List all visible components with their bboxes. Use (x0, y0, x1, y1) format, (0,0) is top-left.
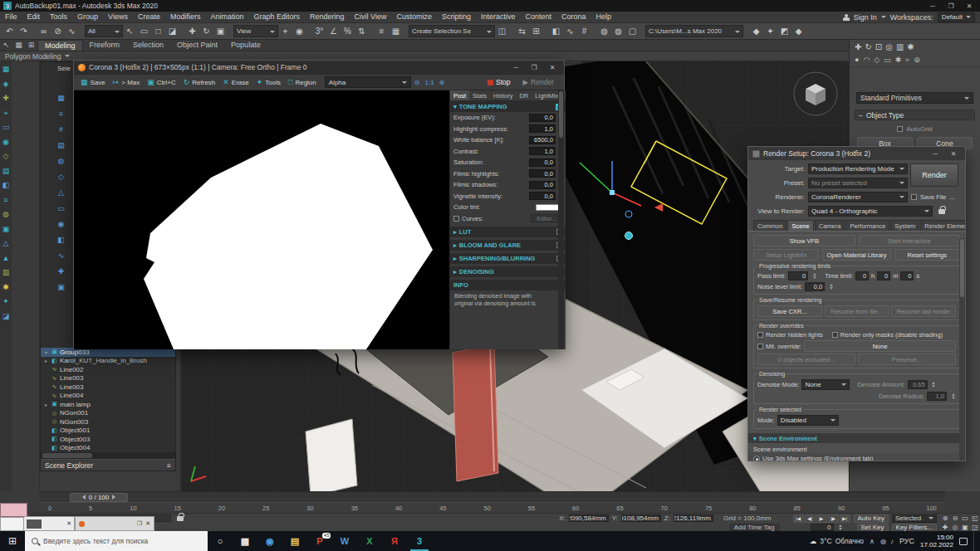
minimize-icon[interactable]: ─ (508, 64, 523, 71)
toolbar-button[interactable]: ⊞ (529, 25, 543, 38)
toolbar-button[interactable]: View (233, 25, 278, 37)
ribbon-icon[interactable]: ⊞ (25, 40, 37, 51)
object-category-icon[interactable]: ◇ (874, 56, 880, 64)
view-to-render-dropdown[interactable]: Quad 4 - Orthographic (808, 206, 933, 217)
excel-icon[interactable]: X (357, 531, 382, 551)
scene-explorer-item[interactable]: ◧ Object004 (41, 444, 175, 453)
toolbar-button[interactable]: ⇆ (515, 25, 529, 38)
add-time-tag[interactable]: Add Time Tag (730, 524, 779, 531)
vfb-toolbar-button[interactable]: ↻ Refresh (180, 76, 219, 89)
workspace-dropdown[interactable]: Default (938, 12, 975, 22)
vfb-toolbar-button[interactable]: □ Region (285, 76, 320, 89)
menu-item[interactable]: Graph Editors (248, 12, 305, 22)
auto-key-button[interactable]: Auto Key (854, 514, 889, 523)
ribbon-tab[interactable]: Freeform (83, 40, 127, 51)
vfb-panel-tab[interactable]: LightMix (532, 90, 561, 100)
language-indicator[interactable]: РУС (899, 537, 914, 545)
toolbar-button[interactable]: ✦ (763, 25, 777, 38)
viewport-nav-icon[interactable]: ✚ (940, 524, 950, 532)
explorer-filter-icon[interactable]: ◧ (57, 236, 65, 244)
left-toolbar-icon[interactable]: ≡ (3, 195, 7, 206)
set-key-button[interactable]: Set Key (857, 524, 889, 532)
ribbon-tab[interactable]: Selection (126, 40, 170, 51)
parameter-value[interactable]: 1,0 (529, 147, 556, 155)
start-button[interactable]: ⊞ (0, 531, 25, 551)
menu-item[interactable]: Content (520, 12, 556, 22)
expander-icon[interactable]: ▾ (43, 349, 49, 355)
toolbar-button[interactable]: ◪ (165, 25, 179, 38)
viewport-nav-icon[interactable]: ▣ (960, 524, 970, 532)
left-toolbar-icon[interactable]: ▥ (2, 267, 10, 278)
explorer-filter-icon[interactable]: ∿ (58, 251, 65, 260)
object-type-rollout[interactable]: − Object Type (855, 110, 975, 120)
denoise-radius-field[interactable]: 1,0 (927, 392, 947, 401)
scene-explorer-item[interactable]: ▸ ▣ main lamp (41, 400, 175, 409)
left-toolbar-icon[interactable]: ◇ (3, 151, 9, 162)
close-icon[interactable]: ✕ (946, 150, 961, 158)
toolbar-button[interactable]: ◩ (777, 25, 791, 38)
ribbon-tab[interactable]: Populate (224, 40, 267, 51)
object-category-icon[interactable]: ✱ (895, 56, 902, 64)
scene-explorer-item[interactable]: ∿ Line003 (41, 374, 175, 383)
menu-item[interactable]: Animation (205, 12, 248, 22)
stop-button[interactable]: Stop (483, 76, 516, 89)
polygon-modeling-panel[interactable]: Polygon Modeling (5, 52, 61, 61)
close-icon[interactable]: ✕ (66, 520, 71, 527)
maxscript-mini-listener-pink[interactable] (0, 503, 27, 517)
primitives-dropdown[interactable]: Standard Primitives (856, 92, 973, 104)
mini-window[interactable]: ❐ ✕ (75, 516, 154, 531)
explorer-filter-icon[interactable]: ▦ (57, 94, 65, 102)
render-setup-tab[interactable]: System (890, 220, 919, 231)
viewport-nav-icon[interactable]: ⊕ (940, 514, 950, 523)
command-panel-tab-icon[interactable]: ↻ (865, 42, 871, 51)
zoom-icon[interactable]: 1:1 (422, 79, 436, 86)
setup-lightmix-button[interactable]: Setup LightMix (753, 249, 819, 261)
explorer-filter-icon[interactable]: ◉ (58, 220, 65, 228)
viewport-nav-icon[interactable]: ◱ (970, 514, 980, 523)
render-setup-tab[interactable]: Camera (815, 220, 845, 231)
transport-button[interactable]: ▶| (840, 514, 850, 523)
toolbar-button[interactable]: ↻ (199, 25, 213, 38)
resume-from-file-button[interactable]: Resume from file... (825, 305, 889, 317)
toolbar-button[interactable]: ↶ (2, 25, 17, 38)
scene-explorer-item[interactable]: ◧ Object001 (41, 427, 175, 436)
save-file-checkbox[interactable] (911, 194, 917, 200)
toolbar-button[interactable]: ⇅ (355, 25, 369, 38)
preset-dropdown[interactable]: No preset selected (808, 178, 908, 188)
vfb-section-header[interactable]: ▸ BLOOM AND GLARE (450, 240, 566, 251)
target-dropdown[interactable]: Production Rendering Mode (808, 163, 908, 174)
toolbar-button[interactable]: ∞ (37, 25, 51, 38)
toolbar-button[interactable]: ▦ (389, 25, 403, 38)
vfb-panel-tab[interactable]: Stats (469, 90, 490, 100)
ribbon-icon[interactable]: ↖ (0, 40, 12, 51)
minutes-field[interactable]: 0 (877, 271, 890, 280)
toolbar-button[interactable]: ◆ (791, 25, 806, 38)
denoise-mode-dropdown[interactable]: None (801, 379, 850, 390)
toolbar-button[interactable]: ◧ (549, 25, 563, 38)
scene-explorer-item[interactable]: ∿ Line003 (41, 383, 175, 392)
vertical-scrollbar[interactable] (959, 238, 965, 461)
resume-last-render-button[interactable]: Resume last render (891, 305, 956, 317)
max-icon[interactable]: 3 (407, 531, 432, 551)
explorer-filter-icon[interactable]: ▤ (57, 141, 65, 149)
render-setup-tab[interactable]: Common (753, 220, 786, 231)
parameter-value[interactable]: 0,0 (529, 181, 556, 189)
toolbar-button[interactable]: ∿ (563, 25, 577, 38)
expander-icon[interactable]: ▸ (43, 358, 49, 363)
toolbar-button[interactable]: ∠ (326, 25, 341, 38)
open-material-library-button[interactable]: Open Material Library (822, 249, 890, 261)
vertical-scrollbar[interactable] (558, 90, 564, 349)
key-selection-dropdown[interactable]: Selected (892, 514, 937, 523)
render-canvas[interactable] (74, 90, 449, 349)
command-panel-tab-icon[interactable]: ✚ (855, 42, 861, 51)
spinner[interactable] (838, 524, 844, 530)
explorer-filter-icon[interactable]: ◇ (58, 173, 64, 181)
minimize-icon[interactable]: ─ (925, 2, 940, 10)
menu-item[interactable]: Scripting (437, 12, 476, 22)
selection-lock-icon[interactable] (177, 516, 184, 521)
left-toolbar-icon[interactable]: ⌖ (3, 108, 7, 119)
left-toolbar-icon[interactable]: ◉ (2, 137, 9, 148)
menu-item[interactable]: Tools (45, 12, 72, 22)
viewport-nav-icon[interactable]: ▭ (960, 514, 970, 523)
vfb-panel-tab[interactable]: DR (516, 90, 532, 100)
